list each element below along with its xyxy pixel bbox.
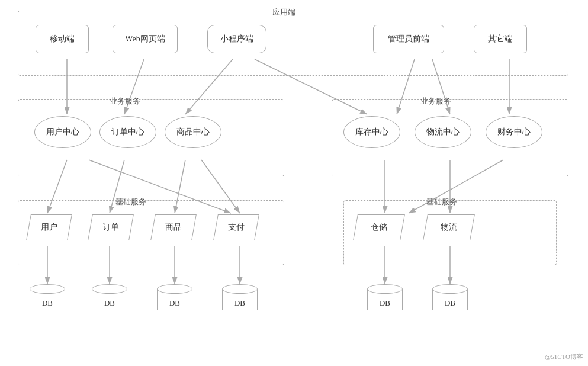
db-node-4: DB [222,284,258,310]
miniapp-node: 小程序端 [207,25,266,53]
other-node: 其它端 [474,25,527,53]
base-right-label: 基础服务 [426,197,457,207]
db-node-5: DB [367,284,403,310]
base-left-label: 基础服务 [115,197,146,207]
db-node-2: DB [92,284,127,310]
biz-right-label: 业务服务 [420,96,451,107]
product-base-node: 商品 [150,214,197,240]
db-node-3: DB [157,284,192,310]
diagram-container: 应用端 移动端 Web网页端 小程序端 管理员前端 其它端 业务服务 用户中心 … [0,0,588,366]
warehouse-base-node: 仓储 [353,214,405,240]
db-node-6: DB [432,284,468,310]
admin-node: 管理员前端 [373,25,444,53]
web-node: Web网页端 [113,25,178,53]
biz-left-label: 业务服务 [110,96,140,107]
logistics-center-node: 物流中心 [415,116,471,148]
watermark: @51CTO博客 [545,352,583,361]
finance-center-node: 财务中心 [486,116,542,148]
order-base-node: 订单 [88,214,134,240]
user-base-node: 用户 [26,214,72,240]
user-center-node: 用户中心 [34,116,91,148]
product-center-node: 商品中心 [165,116,221,148]
app-layer-label: 应用端 [272,7,295,18]
mobile-node: 移动端 [36,25,89,53]
logistics-base-node: 物流 [423,214,475,240]
db-node-1: DB [30,284,65,310]
inventory-center-node: 库存中心 [343,116,400,148]
pay-base-node: 支付 [213,214,259,240]
order-center-node: 订单中心 [99,116,156,148]
